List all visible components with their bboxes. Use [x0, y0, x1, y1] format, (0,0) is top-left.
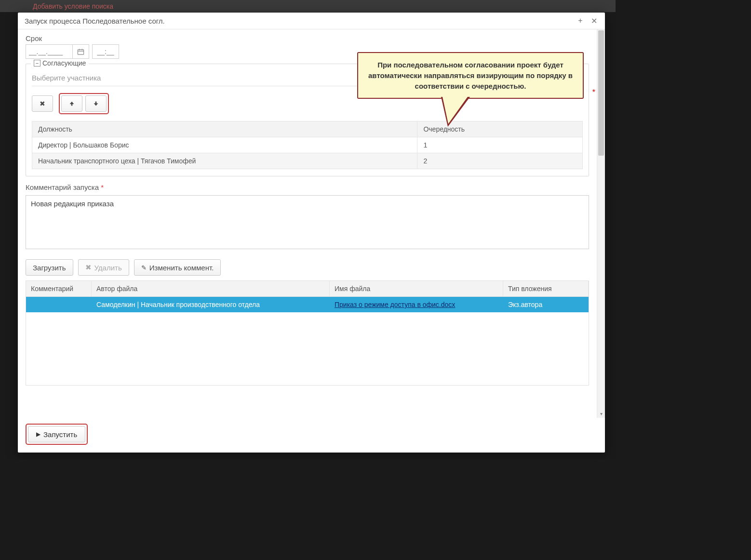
scrollbar-thumb[interactable]	[598, 30, 604, 156]
svg-rect-1	[71, 104, 73, 106]
close-icon: ✖	[85, 263, 92, 272]
scroll-down-icon[interactable]: ▾	[597, 410, 605, 417]
delete-file-button[interactable]: ✖ Удалить	[78, 259, 129, 276]
info-callout: При последовательном согласовании проект…	[357, 52, 584, 99]
background-toolbar: Добавить условие поиска	[0, 0, 616, 12]
col-comment: Комментарий	[26, 281, 92, 296]
bg-search-hint: Добавить условие поиска	[33, 2, 113, 10]
upload-button[interactable]: Загрузить	[26, 259, 73, 276]
col-filename: Имя файла	[330, 281, 503, 296]
files-grid-header: Комментарий Автор файла Имя файла Тип вл…	[26, 281, 589, 297]
vertical-scrollbar[interactable]: ▾	[597, 29, 605, 418]
comment-section: Комментарий запуска *	[26, 183, 589, 251]
approvers-legend: − Согласующие	[31, 59, 89, 67]
deadline-label: Срок	[26, 34, 589, 42]
move-up-button[interactable]	[61, 95, 82, 112]
time-field-wrap	[92, 44, 119, 59]
col-type: Тип вложения	[503, 281, 589, 296]
remove-approver-button[interactable]: ✖	[32, 95, 53, 112]
table-row[interactable]: Директор | Большаков Борис 1	[32, 137, 583, 153]
play-icon: ▶	[36, 431, 40, 438]
files-grid: Комментарий Автор файла Имя файла Тип вл…	[26, 280, 589, 386]
launch-highlight: ▶ Запустить	[26, 424, 88, 445]
required-marker: *	[592, 88, 595, 97]
close-icon[interactable]: ✕	[590, 16, 598, 25]
table-row[interactable]: Начальник транспортного цеха | Тягачов Т…	[32, 153, 583, 169]
calendar-icon[interactable]	[72, 45, 89, 58]
svg-rect-0	[78, 49, 83, 54]
collapse-icon[interactable]: −	[34, 60, 40, 67]
col-position: Должность	[32, 121, 417, 137]
svg-rect-2	[95, 102, 97, 104]
reorder-highlight	[59, 93, 109, 114]
approvers-table: Должность Очередность Директор | Большак…	[32, 121, 583, 169]
process-launch-dialog: Запуск процесса Последовательное согл. +…	[18, 13, 605, 453]
comment-label: Комментарий запуска *	[26, 183, 589, 191]
dialog-footer: ▶ Запустить	[18, 418, 605, 453]
col-author: Автор файла	[92, 281, 330, 296]
launch-comment-input[interactable]	[26, 195, 589, 249]
file-toolbar: Загрузить ✖ Удалить ✎ Изменить коммент.	[26, 259, 589, 276]
approvers-legend-text: Согласующие	[42, 59, 86, 67]
date-field-wrap	[26, 44, 89, 59]
dialog-header: Запуск процесса Последовательное согл. +…	[18, 13, 605, 29]
launch-button[interactable]: ▶ Запустить	[28, 426, 85, 442]
edit-comment-button[interactable]: ✎ Изменить коммент.	[134, 259, 221, 276]
time-input[interactable]	[93, 45, 119, 58]
file-row[interactable]: Самоделкин | Начальник производственного…	[26, 297, 589, 312]
pencil-icon: ✎	[141, 264, 147, 271]
file-link[interactable]: Приказ о режиме доступа в офис.docx	[335, 301, 455, 308]
date-input[interactable]	[26, 45, 72, 58]
add-icon[interactable]: +	[576, 16, 585, 25]
dialog-title: Запуск процесса Последовательное согл.	[25, 17, 571, 25]
move-down-button[interactable]	[85, 95, 107, 112]
